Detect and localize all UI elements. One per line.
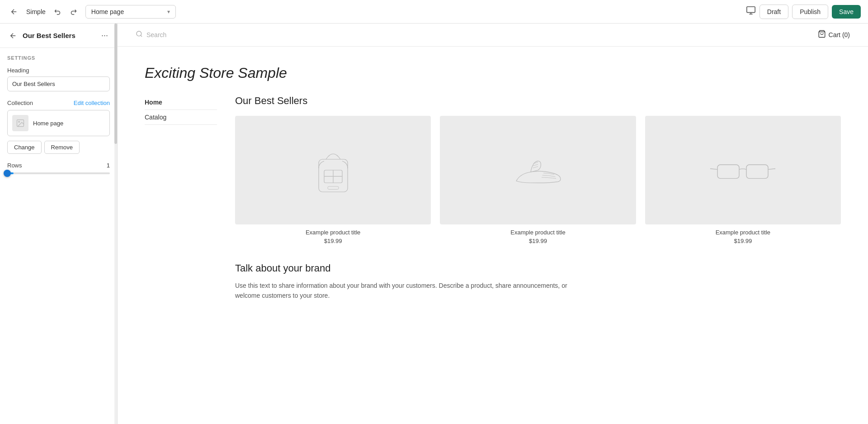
search-placeholder: Search bbox=[146, 31, 166, 38]
cart-label: Cart (0) bbox=[829, 31, 850, 38]
monitor-icon bbox=[746, 5, 756, 18]
page-select-label: Home page bbox=[91, 8, 124, 15]
undo-redo-controls bbox=[51, 5, 80, 19]
settings-label: SETTINGS bbox=[7, 55, 110, 61]
sidebar-title: Our Best Sellers bbox=[23, 32, 96, 39]
slider-thumb[interactable] bbox=[4, 170, 11, 177]
topbar-right: Draft Publish Save bbox=[746, 5, 861, 19]
product-info-1: Example product title $19.99 bbox=[235, 229, 431, 244]
product-title-1: Example product title bbox=[235, 229, 431, 236]
collection-label: Collection bbox=[7, 100, 33, 106]
remove-collection-button[interactable]: Remove bbox=[44, 141, 80, 154]
product-image-3 bbox=[645, 116, 841, 224]
redo-button[interactable] bbox=[66, 5, 80, 19]
svg-point-2 bbox=[19, 121, 20, 123]
product-card-3[interactable]: Example product title $19.99 bbox=[645, 116, 841, 244]
slider-track bbox=[7, 172, 110, 174]
app-name: Simple bbox=[26, 8, 46, 15]
store-layout: Home Catalog Our Best Sellers bbox=[145, 95, 841, 301]
undo-button[interactable] bbox=[51, 5, 65, 19]
collection-field-group: Collection Edit collection Home page Cha… bbox=[7, 100, 110, 154]
collection-thumbnail bbox=[12, 115, 28, 131]
store-main: Our Best Sellers bbox=[235, 95, 841, 301]
main-layout: Our Best Sellers ··· SETTINGS Heading Co… bbox=[0, 24, 868, 424]
heading-label: Heading bbox=[7, 67, 110, 74]
product-price-1: $19.99 bbox=[235, 238, 431, 244]
more-options-button[interactable]: ··· bbox=[99, 29, 110, 42]
product-info-2: Example product title $19.99 bbox=[440, 229, 636, 244]
store-nav: Home Catalog bbox=[145, 95, 217, 301]
collection-actions: Change Remove bbox=[7, 141, 110, 154]
rows-header: Rows 1 bbox=[7, 162, 110, 169]
product-image-2 bbox=[440, 116, 636, 224]
heading-field-group: Heading bbox=[7, 67, 110, 91]
topbar: Simple Home page ▾ Draft P bbox=[0, 0, 868, 24]
change-collection-button[interactable]: Change bbox=[7, 141, 42, 154]
close-button[interactable] bbox=[7, 5, 21, 19]
product-card-2[interactable]: Example product title $19.99 bbox=[440, 116, 636, 244]
back-button[interactable] bbox=[7, 30, 19, 42]
svg-rect-13 bbox=[717, 165, 739, 178]
store-title: Exciting Store Sample bbox=[145, 65, 841, 81]
svg-rect-0 bbox=[747, 7, 755, 13]
sidebar-content: SETTINGS Heading Collection Edit collect… bbox=[0, 48, 117, 424]
svg-line-12 bbox=[533, 167, 538, 168]
rows-label: Rows bbox=[7, 162, 22, 169]
svg-line-16 bbox=[768, 169, 775, 170]
sidebar-scrollbar bbox=[114, 24, 117, 424]
search-bar: Search bbox=[136, 30, 166, 39]
preview-area: Search Cart (0) Exciting Store Sample bbox=[118, 24, 868, 424]
svg-line-11 bbox=[533, 164, 538, 166]
svg-rect-14 bbox=[746, 165, 768, 178]
sidebar-header: Our Best Sellers ··· bbox=[0, 24, 117, 48]
store-header: Search Cart (0) bbox=[118, 24, 868, 47]
sidebar-scrollbar-thumb bbox=[114, 24, 117, 144]
brand-text: Use this text to share information about… bbox=[235, 281, 579, 301]
product-info-3: Example product title $19.99 bbox=[645, 229, 841, 244]
collection-box: Home page bbox=[7, 110, 110, 136]
product-image-1 bbox=[235, 116, 431, 224]
save-button[interactable]: Save bbox=[832, 5, 861, 19]
publish-button[interactable]: Publish bbox=[792, 5, 828, 19]
chevron-down-icon: ▾ bbox=[167, 9, 170, 15]
rows-slider[interactable] bbox=[7, 172, 110, 174]
products-grid: Example product title $19.99 bbox=[235, 116, 841, 244]
topbar-left: Simple Home page ▾ bbox=[7, 5, 741, 19]
svg-line-15 bbox=[710, 169, 717, 170]
rows-value: 1 bbox=[107, 162, 110, 169]
heading-input[interactable] bbox=[7, 76, 110, 91]
svg-line-10 bbox=[533, 162, 538, 163]
best-sellers-title: Our Best Sellers bbox=[235, 95, 841, 107]
draft-button[interactable]: Draft bbox=[760, 5, 788, 19]
page-select-dropdown[interactable]: Home page ▾ bbox=[85, 5, 176, 19]
product-price-3: $19.99 bbox=[645, 238, 841, 244]
search-icon bbox=[136, 30, 143, 39]
product-price-2: $19.99 bbox=[440, 238, 636, 244]
store-body: Exciting Store Sample Home Catalog Our B… bbox=[118, 47, 868, 319]
product-card-1[interactable]: Example product title $19.99 bbox=[235, 116, 431, 244]
cart-icon bbox=[818, 30, 826, 40]
product-title-3: Example product title bbox=[645, 229, 841, 236]
svg-rect-9 bbox=[328, 186, 339, 189]
collection-name: Home page bbox=[33, 120, 63, 127]
brand-title: Talk about your brand bbox=[235, 262, 841, 274]
cart-area[interactable]: Cart (0) bbox=[818, 30, 850, 40]
sidebar: Our Best Sellers ··· SETTINGS Heading Co… bbox=[0, 24, 118, 424]
nav-item-catalog[interactable]: Catalog bbox=[145, 110, 217, 125]
rows-field-group: Rows 1 bbox=[7, 162, 110, 174]
brand-section: Talk about your brand Use this text to s… bbox=[235, 262, 841, 301]
edit-collection-link[interactable]: Edit collection bbox=[74, 100, 110, 106]
collection-header: Collection Edit collection bbox=[7, 100, 110, 106]
svg-point-3 bbox=[137, 31, 142, 36]
product-title-2: Example product title bbox=[440, 229, 636, 236]
nav-item-home[interactable]: Home bbox=[145, 95, 217, 110]
